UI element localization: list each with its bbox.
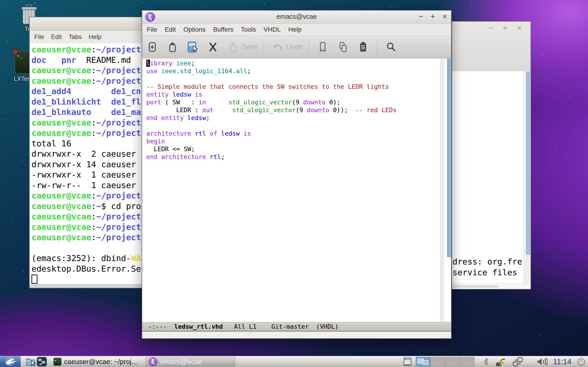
window-icon (402, 357, 413, 367)
minimize-button[interactable]: − (488, 24, 493, 71)
terminal-menubar: File Edit Tabs Help (30, 31, 146, 43)
bluetooth-icon[interactable] (483, 357, 489, 366)
close-button[interactable]: × (517, 24, 522, 71)
vertical-scrollbar[interactable] (523, 71, 531, 284)
new-file-icon[interactable] (146, 40, 159, 55)
start-menu-button[interactable] (0, 356, 21, 367)
workspace-2[interactable] (431, 357, 445, 367)
menu-tools[interactable]: Tools (241, 26, 256, 33)
toolbar-separator (377, 39, 377, 56)
taskbar-task-emacs-active[interactable]: ξ emacs@vcae (146, 357, 235, 367)
web-browser-launcher[interactable] (36, 357, 47, 367)
menu-options[interactable]: Options (183, 26, 206, 33)
background-window-content[interactable]: dress: org.freservice files (452, 71, 523, 284)
toolbar-separator (263, 39, 264, 56)
workspace-1-active[interactable] (416, 357, 431, 367)
scrollbar-thumb[interactable] (526, 71, 530, 255)
folder-icon (26, 357, 36, 367)
close-buffer-icon[interactable] (207, 40, 219, 55)
terminal-bottom-edge (30, 284, 146, 288)
terminal-menu-edit[interactable]: Edit (51, 33, 62, 41)
emacs-modeline: -:--- ledsw_rtl.vhd All L1 Git-master (V… (142, 322, 451, 332)
background-window-titlebar[interactable]: − + × (452, 22, 531, 71)
background-window-text: dress: org.freservice files (452, 256, 522, 278)
scrollbar-thumb[interactable] (447, 58, 451, 257)
terminal-output[interactable]: caeuser@vcae:~/projectdoc pnr README.md … (30, 43, 146, 284)
menu-buffers[interactable]: Buffers (213, 26, 233, 33)
save-label: Save (242, 43, 258, 51)
emacs-titlebar[interactable]: ξ emacs@vcae − + × (142, 10, 451, 24)
terminal-icon (53, 358, 61, 366)
open-directory-icon[interactable] (186, 40, 199, 55)
background-window: − + × dress: org.freservice files (451, 21, 531, 290)
volume-icon[interactable] (536, 357, 548, 367)
battery-charging-icon[interactable] (495, 357, 506, 367)
horizontal-scrollbar[interactable] (452, 283, 531, 289)
emacs-menubar: File Edit Options Buffers Tools VHDL Hel… (142, 24, 451, 36)
maximize-button[interactable]: + (502, 24, 507, 71)
search-icon[interactable] (384, 40, 397, 55)
emacs-icon: ξ (149, 357, 157, 366)
cut-icon[interactable] (316, 40, 329, 55)
workspace-4[interactable] (460, 357, 475, 367)
network-icon[interactable] (512, 357, 523, 367)
system-tray (483, 357, 523, 367)
emacs-window: ξ emacs@vcae − + × File Edit Options Buf… (142, 10, 451, 339)
vhdl-source-code: library ieee;use ieee.std_logic_1164.all… (142, 58, 451, 161)
close-button[interactable]: × (442, 12, 447, 21)
maximize-button[interactable]: + (431, 12, 435, 21)
open-file-icon[interactable] (166, 40, 179, 55)
minimize-button[interactable]: − (418, 12, 423, 21)
terminal-menu-file[interactable]: File (34, 33, 44, 41)
lxde-logo-icon (3, 357, 18, 367)
save-icon[interactable] (227, 40, 240, 55)
globe-icon (36, 357, 47, 367)
copy-icon[interactable] (337, 40, 349, 55)
workspace-pager (416, 357, 475, 367)
menu-edit[interactable]: Edit (165, 26, 176, 33)
menu-file[interactable]: File (147, 26, 157, 33)
emacs-echo-area[interactable] (142, 332, 451, 338)
taskbar-task-terminal[interactable]: caeuser@vcae: ~/proj... (51, 357, 144, 367)
emacs-window-title: emacs@vcae (142, 13, 451, 20)
menu-vhdl[interactable]: VHDL (263, 26, 281, 33)
emacs-buffer-area[interactable]: library ieee;use ieee.std_logic_1164.all… (142, 58, 451, 322)
file-manager-launcher[interactable] (25, 357, 36, 367)
emblem-icon (13, 49, 18, 54)
undo-label: Undo (286, 43, 303, 51)
terminal-menu-help[interactable]: Help (89, 33, 102, 41)
power-icon[interactable] (577, 357, 586, 367)
menu-help[interactable]: Help (288, 26, 302, 33)
scrollbar-track[interactable] (440, 58, 444, 322)
emacs-toolbar: Save Undo (142, 36, 451, 58)
terminal-titlebar[interactable] (30, 17, 146, 31)
wallpaper-stars (0, 0, 1, 1)
terminal-window: File Edit Tabs Help caeuser@vcae:~/proje… (29, 17, 147, 288)
undo-icon[interactable] (271, 40, 284, 55)
paste-icon[interactable] (357, 40, 370, 55)
taskbar: caeuser@vcae: ~/proj... ξ emacs@vcae (0, 356, 588, 367)
taskbar-clock: 11:14 (553, 357, 571, 366)
show-desktop-button[interactable] (402, 357, 413, 367)
workspace-3[interactable] (445, 357, 460, 367)
toolbar-separator (309, 39, 309, 56)
terminal-menu-tabs[interactable]: Tabs (69, 33, 82, 41)
scrollbar-thumb[interactable] (452, 285, 498, 288)
